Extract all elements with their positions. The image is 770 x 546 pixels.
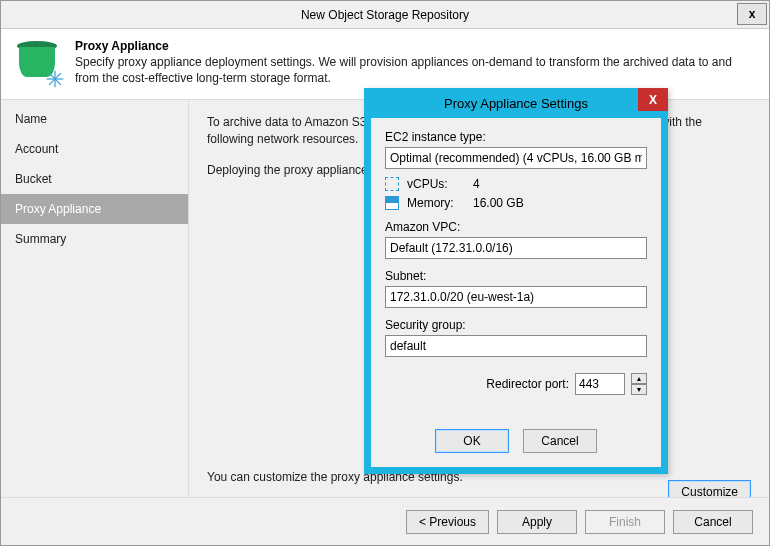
close-icon: X [649, 93, 657, 107]
vcpus-value: 4 [473, 177, 480, 191]
titlebar: New Object Storage Repository x [1, 1, 769, 29]
sidebar-item-bucket[interactable]: Bucket [1, 164, 188, 194]
apply-button[interactable]: Apply [497, 510, 577, 534]
subnet-select[interactable]: 172.31.0.0/20 (eu-west-1a) [385, 286, 647, 308]
redirector-port-label: Redirector port: [486, 377, 569, 391]
dialog-cancel-button[interactable]: Cancel [523, 429, 597, 453]
cpu-icon [385, 177, 399, 191]
port-spinner-down[interactable]: ▼ [631, 384, 647, 395]
header-description: Specify proxy appliance deployment setti… [75, 55, 755, 86]
wizard-steps-sidebar: Name Account Bucket Proxy Appliance Summ… [1, 100, 189, 510]
cancel-button[interactable]: Cancel [673, 510, 753, 534]
finish-button: Finish [585, 510, 665, 534]
dialog-title: Proxy Appliance Settings [364, 96, 668, 111]
dialog-titlebar: Proxy Appliance Settings X [364, 88, 668, 118]
bucket-icon [15, 39, 63, 87]
header-title: Proxy Appliance [75, 39, 755, 53]
sidebar-item-summary[interactable]: Summary [1, 224, 188, 254]
memory-icon [385, 196, 399, 210]
redirector-port-row: Redirector port: ▲ ▼ [385, 373, 647, 395]
proxy-appliance-settings-dialog: Proxy Appliance Settings X EC2 instance … [364, 88, 668, 474]
sidebar-item-name[interactable]: Name [1, 104, 188, 134]
amazon-vpc-label: Amazon VPC: [385, 220, 647, 234]
amazon-vpc-select[interactable]: Default (172.31.0.0/16) [385, 237, 647, 259]
memory-label: Memory: [407, 196, 465, 210]
ec2-instance-type-label: EC2 instance type: [385, 130, 647, 144]
subnet-label: Subnet: [385, 269, 647, 283]
wizard-window: New Object Storage Repository x Proxy Ap… [0, 0, 770, 546]
close-icon: x [749, 7, 756, 21]
sidebar-item-account[interactable]: Account [1, 134, 188, 164]
port-spinner-up[interactable]: ▲ [631, 373, 647, 384]
sidebar-item-proxy-appliance[interactable]: Proxy Appliance [1, 194, 188, 224]
previous-button[interactable]: < Previous [406, 510, 489, 534]
wizard-footer: < Previous Apply Finish Cancel [1, 497, 769, 545]
security-group-select[interactable]: default [385, 335, 647, 357]
window-title: New Object Storage Repository [1, 8, 769, 22]
vcpus-row: vCPUs: 4 [385, 177, 647, 191]
window-close-button[interactable]: x [737, 3, 767, 25]
instance-specs: vCPUs: 4 Memory: 16.00 GB [385, 177, 647, 210]
dialog-content: EC2 instance type: Optimal (recommended)… [371, 118, 661, 467]
dialog-ok-button[interactable]: OK [435, 429, 509, 453]
header-text: Proxy Appliance Specify proxy appliance … [75, 39, 755, 87]
ec2-instance-type-select[interactable]: Optimal (recommended) (4 vCPUs, 16.00 GB… [385, 147, 647, 169]
dialog-close-button[interactable]: X [638, 88, 668, 111]
redirector-port-input[interactable] [575, 373, 625, 395]
memory-value: 16.00 GB [473, 196, 524, 210]
vcpus-label: vCPUs: [407, 177, 465, 191]
memory-row: Memory: 16.00 GB [385, 196, 647, 210]
dialog-button-row: OK Cancel [385, 429, 647, 453]
security-group-label: Security group: [385, 318, 647, 332]
port-spinner: ▲ ▼ [631, 373, 647, 395]
snowflake-icon [45, 69, 65, 89]
